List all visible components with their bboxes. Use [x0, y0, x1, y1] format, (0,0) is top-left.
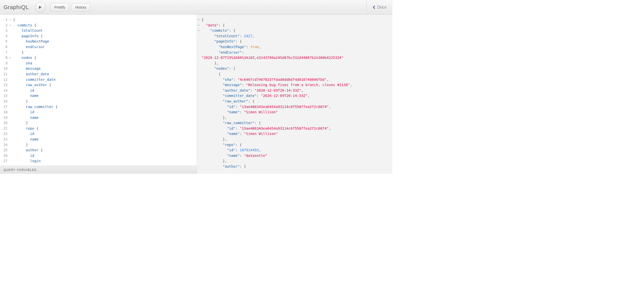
chevron-left-icon: [373, 6, 375, 9]
prettify-button[interactable]: Prettify: [51, 3, 69, 11]
execute-button[interactable]: [35, 2, 46, 13]
docs-label: Docs: [377, 5, 386, 10]
docs-toggle[interactable]: Docs: [367, 0, 392, 14]
query-pane: 1234567891011121314151617181920212223242…: [0, 15, 197, 174]
app-logo: GraphiQL: [4, 4, 29, 11]
play-icon: [38, 6, 42, 9]
result-fold-gutter: ▾▾▾: [197, 15, 200, 174]
result-pane: ▾▾▾ { "data": { "commits": { "totalCount…: [197, 15, 392, 174]
query-code[interactable]: { commits { totalCount pageInfo { hasNex…: [12, 15, 197, 166]
query-variables-bar[interactable]: Query Variables: [0, 166, 197, 174]
line-number-gutter: 1234567891011121314151617181920212223242…: [0, 15, 12, 166]
main-split: 1234567891011121314151617181920212223242…: [0, 15, 392, 174]
history-button[interactable]: History: [71, 3, 90, 11]
toolbar: GraphiQL Prettify History Docs: [0, 0, 392, 15]
query-editor[interactable]: 1234567891011121314151617181920212223242…: [0, 15, 197, 166]
result-json[interactable]: { "data": { "commits": { "totalCount": 2…: [200, 15, 392, 174]
